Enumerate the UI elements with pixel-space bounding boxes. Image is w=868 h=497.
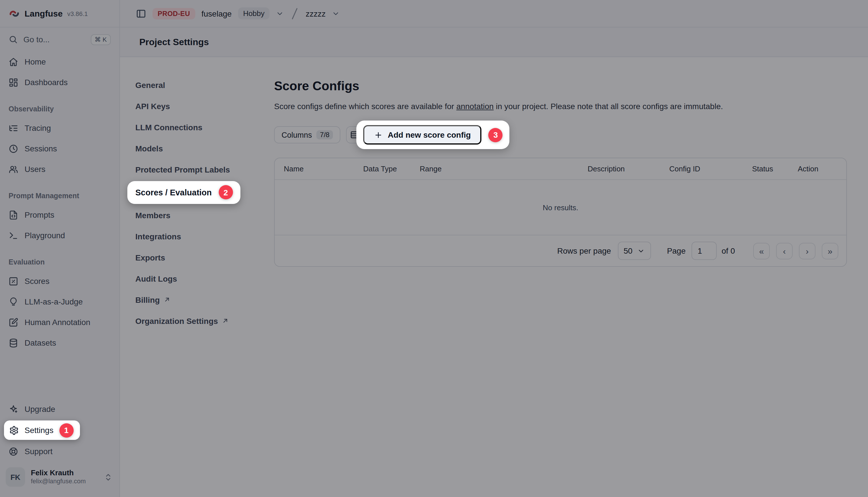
- annotation-link[interactable]: annotation: [456, 102, 494, 111]
- column-header-config-id[interactable]: Config ID: [669, 165, 752, 173]
- settings-nav: General API Keys LLM Connections Models …: [120, 57, 262, 497]
- external-link-icon: [221, 317, 229, 325]
- percent-square-icon: [9, 276, 18, 286]
- settings-nav-scores-evaluation[interactable]: Scores / Evaluation 2: [127, 181, 241, 204]
- column-header-data-type[interactable]: Data Type: [363, 165, 420, 173]
- page-title: Project Settings: [139, 37, 209, 47]
- sidebar-item-label: Dashboards: [25, 78, 68, 87]
- add-score-config-spotlight: Add new score config 3: [356, 120, 510, 149]
- sidebar-item-label: Home: [25, 57, 46, 66]
- section-title: Score Configs: [274, 79, 854, 94]
- settings-nav-models[interactable]: Models: [135, 138, 262, 159]
- last-page-button[interactable]: »: [822, 242, 838, 259]
- gear-icon: [9, 425, 19, 435]
- column-header-action[interactable]: Action: [798, 165, 837, 173]
- score-configs-table: Name Data Type Range Description Config …: [274, 158, 847, 267]
- step-badge-3: 3: [489, 128, 503, 142]
- app-version: v3.86.1: [67, 10, 88, 17]
- column-header-range[interactable]: Range: [420, 165, 588, 173]
- sidebar-item-dashboards[interactable]: Dashboards: [0, 72, 119, 93]
- shortcut-badge: ⌘ K: [90, 34, 111, 45]
- sidebar-item-tracing[interactable]: Tracing: [0, 118, 119, 138]
- step-badge-1: 1: [59, 423, 73, 437]
- settings-nav-protected-prompt-labels[interactable]: Protected Prompt Labels: [135, 159, 262, 180]
- main-area: PROD-EU fuselage Hobby zzzzz Project Set…: [120, 0, 868, 497]
- breadcrumb-org[interactable]: fuselage: [202, 9, 232, 18]
- sidebar-item-label: Support: [25, 447, 53, 456]
- previous-page-button[interactable]: ‹: [776, 242, 793, 259]
- section-label-observability: Observability: [0, 101, 119, 118]
- user-email: felix@langfuse.com: [31, 478, 86, 486]
- project-chevron-down-icon[interactable]: [332, 10, 340, 17]
- first-page-button[interactable]: «: [753, 242, 770, 259]
- settings-nav-api-keys[interactable]: API Keys: [135, 95, 262, 116]
- pager-buttons: « ‹ › »: [753, 242, 838, 259]
- lightbulb-icon: [9, 297, 18, 307]
- sidebar-item-support[interactable]: Support: [0, 441, 119, 462]
- org-chevron-down-icon[interactable]: [276, 10, 284, 17]
- sidebar-item-human-annotation[interactable]: Human Annotation: [0, 312, 119, 332]
- settings-nav-audit-logs[interactable]: Audit Logs: [135, 268, 262, 289]
- table-empty-state: No results.: [275, 180, 846, 235]
- settings-nav-exports[interactable]: Exports: [135, 247, 262, 268]
- sidebar-item-sessions[interactable]: Sessions: [0, 138, 119, 159]
- sidebar-item-label: Users: [25, 165, 45, 174]
- top-bar: PROD-EU fuselage Hobby zzzzz: [120, 0, 868, 27]
- sidebar-item-playground[interactable]: Playground: [0, 225, 119, 246]
- user-menu[interactable]: FK Felix Krauth felix@langfuse.com: [0, 462, 119, 494]
- breadcrumb-project[interactable]: zzzzz: [306, 9, 326, 18]
- chevrons-up-down-icon: [104, 473, 113, 481]
- users-icon: [9, 164, 18, 174]
- sidebar-toggle-button[interactable]: [136, 8, 146, 18]
- sidebar-item-home[interactable]: Home: [0, 52, 119, 72]
- settings-nav-organization-settings[interactable]: Organization Settings: [135, 310, 262, 331]
- settings-nav-members[interactable]: Members: [135, 204, 262, 226]
- column-header-name[interactable]: Name: [284, 165, 363, 173]
- sidebar-item-label: Datasets: [25, 338, 56, 347]
- settings-nav-llm-connections[interactable]: LLM Connections: [135, 116, 262, 138]
- langfuse-logo-icon: [9, 8, 20, 19]
- sidebar-item-datasets[interactable]: Datasets: [0, 332, 119, 353]
- step-badge-2: 2: [219, 185, 233, 199]
- sidebar-item-settings[interactable]: Settings 1: [4, 421, 79, 440]
- avatar: FK: [6, 467, 25, 487]
- settings-nav-integrations[interactable]: Integrations: [135, 226, 262, 247]
- database-icon: [9, 338, 18, 347]
- settings-nav-billing[interactable]: Billing: [135, 289, 262, 310]
- settings-nav-general[interactable]: General: [135, 74, 262, 95]
- plan-badge: Hobby: [238, 8, 270, 19]
- sidebar-item-label: Human Annotation: [25, 318, 90, 327]
- sidebar-item-label: LLM-as-a-Judge: [25, 297, 83, 306]
- sidebar: Langfuse v3.86.1 Go to... ⌘ K Home Dashb…: [0, 0, 120, 497]
- app-window: Langfuse v3.86.1 Go to... ⌘ K Home Dashb…: [0, 0, 868, 497]
- go-to-search[interactable]: Go to... ⌘ K: [0, 27, 119, 52]
- column-header-description[interactable]: Description: [588, 165, 669, 173]
- rows-per-page-select[interactable]: 50: [618, 242, 651, 260]
- add-score-config-button[interactable]: Add new score config: [363, 125, 482, 144]
- square-pen-icon: [9, 317, 18, 327]
- file-code-icon: [9, 210, 18, 219]
- sidebar-item-llm-as-a-judge[interactable]: LLM-as-a-Judge: [0, 292, 119, 312]
- column-header-status[interactable]: Status: [752, 165, 798, 173]
- next-page-button[interactable]: ›: [799, 242, 815, 259]
- settings-content: General API Keys LLM Connections Models …: [120, 57, 868, 497]
- sidebar-item-label: Upgrade: [25, 404, 55, 414]
- columns-button[interactable]: Columns 7/8: [274, 126, 341, 143]
- table-pagination: Rows per page 50 Page of 0 « ‹ › »: [275, 235, 846, 266]
- sidebar-item-users[interactable]: Users: [0, 159, 119, 179]
- environment-badge: PROD-EU: [153, 8, 195, 19]
- settings-nav-scores-evaluation-wrap: Scores / Evaluation 2: [135, 180, 262, 204]
- score-configs-section: Score Configs Score configs define which…: [262, 57, 868, 497]
- dashboard-icon: [9, 77, 18, 87]
- sidebar-item-scores[interactable]: Scores: [0, 271, 119, 292]
- section-label-prompt-management: Prompt Management: [0, 187, 119, 204]
- sidebar-item-upgrade[interactable]: Upgrade: [0, 399, 119, 419]
- user-name: Felix Krauth: [31, 468, 86, 478]
- section-description: Score configs define which scores are av…: [274, 102, 854, 111]
- sidebar-item-prompts[interactable]: Prompts: [0, 204, 119, 225]
- plus-icon: [374, 130, 382, 139]
- columns-count-badge: 7/8: [317, 130, 333, 139]
- sidebar-item-label: Prompts: [25, 210, 54, 219]
- page-number-input[interactable]: [691, 242, 717, 260]
- sidebar-nav: Home Dashboards Observability Tracing Se…: [0, 52, 119, 353]
